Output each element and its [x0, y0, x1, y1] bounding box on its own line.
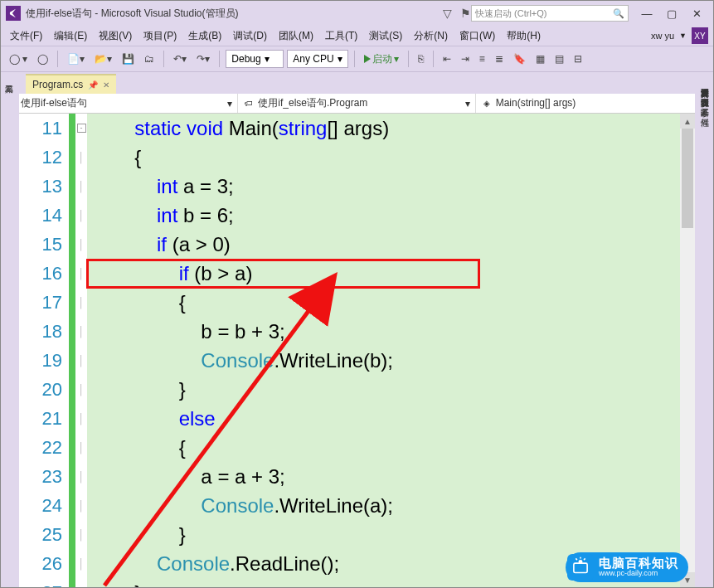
menu-item[interactable]: 编辑(E): [50, 27, 91, 45]
notification-icon[interactable]: ▽: [443, 7, 452, 20]
code-line[interactable]: int a = 3;: [87, 172, 695, 201]
menu-item[interactable]: 分析(N): [410, 27, 452, 45]
menu-item[interactable]: 调试(D): [229, 27, 271, 45]
line-number: 19: [19, 346, 69, 375]
menu-item[interactable]: 帮助(H): [503, 27, 545, 45]
toggle-icon[interactable]: ⊟: [571, 50, 585, 68]
code-editor[interactable]: 1112131415161718192021222324252627 -││││…: [19, 114, 695, 587]
chevron-down-icon: ▾: [227, 98, 232, 109]
line-number: 13: [19, 172, 69, 201]
save-all-button[interactable]: 🗂: [141, 50, 158, 68]
watermark-url: www.pc-daily.com: [599, 570, 678, 578]
pin-icon[interactable]: 📌: [88, 80, 98, 90]
code-text: a = a + 3;: [87, 465, 285, 488]
indent-out-icon[interactable]: ⇤: [440, 50, 454, 68]
nav-class-combo[interactable]: 🏷使用if_else语句.Program▾: [238, 94, 475, 113]
scroll-up-button[interactable]: ▲: [680, 114, 695, 129]
feedback-icon[interactable]: ⚑: [460, 7, 471, 20]
step-button[interactable]: ⎘: [415, 50, 427, 68]
code-line[interactable]: a = a + 3;: [87, 462, 695, 491]
code-line[interactable]: {: [87, 433, 695, 462]
line-number-gutter: 1112131415161718192021222324252627: [19, 114, 69, 587]
fold-cell: │: [75, 433, 87, 462]
undo-button[interactable]: ↶▾: [170, 50, 190, 68]
code-text: else: [87, 407, 216, 430]
menu-item[interactable]: 团队(M): [274, 27, 318, 45]
code-text: }: [87, 378, 186, 401]
save-button[interactable]: 💾: [119, 50, 138, 68]
menu-item[interactable]: 工具(T): [321, 27, 362, 45]
line-number: 20: [19, 375, 69, 404]
code-line[interactable]: if (b > a): [87, 259, 695, 288]
start-debug-button[interactable]: 启动 ▾: [361, 50, 402, 68]
code-line[interactable]: }: [87, 375, 695, 404]
redo-button[interactable]: ↷▾: [193, 50, 213, 68]
format-icon[interactable]: ▦: [532, 50, 548, 68]
tab-close-icon[interactable]: ✕: [103, 80, 109, 90]
svg-point-2: [579, 560, 583, 564]
code-line[interactable]: }: [87, 520, 695, 549]
quick-launch-input[interactable]: 快速启动 (Ctrl+Q) 🔍: [471, 5, 629, 22]
comment-icon[interactable]: ≡: [476, 50, 488, 68]
sidebar-tab[interactable]: 诊断工具: [697, 99, 712, 105]
scroll-thumb[interactable]: [682, 129, 693, 228]
open-file-button[interactable]: 📂▾: [91, 50, 115, 68]
nav-method-combo[interactable]: ◈Main(string[] args)▾: [476, 94, 713, 113]
code-surface[interactable]: static void Main(string[] args) { int a …: [87, 114, 695, 587]
window-title: 使用if-else语句 - Microsoft Visual Studio(管理…: [26, 7, 443, 21]
sidebar-tab[interactable]: 属性: [697, 109, 712, 115]
new-project-button[interactable]: 📄▾: [64, 50, 88, 68]
line-number: 26: [19, 549, 69, 578]
line-number: 25: [19, 520, 69, 549]
menu-item[interactable]: 测试(S): [365, 27, 406, 45]
uncomment-icon[interactable]: ≣: [492, 50, 507, 68]
menu-item[interactable]: 生成(B): [184, 27, 226, 45]
sidebar-tab[interactable]: 团队资源管理器: [697, 89, 712, 95]
nav-project-combo[interactable]: C#使用if-else语句▾: [1, 94, 238, 113]
line-number: 27: [19, 578, 69, 588]
code-line[interactable]: else: [87, 404, 695, 433]
code-line[interactable]: {: [87, 288, 695, 317]
toolbox-tab[interactable]: 工具箱: [1, 75, 16, 82]
platform-combo[interactable]: Any CPU▾: [287, 50, 347, 68]
separator: [354, 51, 355, 67]
code-line[interactable]: {: [87, 143, 695, 172]
menu-item[interactable]: 文件(F): [6, 27, 46, 45]
user-badge[interactable]: xw yu ▼ XY: [651, 27, 708, 44]
code-text: if (a > 0): [87, 233, 231, 256]
show-whitespace-icon[interactable]: ▤: [551, 50, 567, 68]
fold-toggle-icon[interactable]: -: [77, 124, 86, 133]
file-tab-active[interactable]: Program.cs 📌 ✕: [26, 74, 116, 94]
minimize-button[interactable]: —: [635, 5, 658, 22]
separator: [163, 51, 164, 67]
code-line[interactable]: if (a > 0): [87, 230, 695, 259]
code-text: if (b > a): [87, 262, 252, 285]
fold-cell: │: [75, 549, 87, 578]
close-button[interactable]: ✕: [685, 5, 708, 22]
maximize-button[interactable]: ▢: [660, 5, 683, 22]
nav-row: C#使用if-else语句▾ 🏷使用if_else语句.Program▾ ◈Ma…: [1, 94, 713, 114]
config-combo[interactable]: Debug▾: [226, 50, 284, 68]
menu-item[interactable]: 项目(P): [139, 27, 181, 45]
bookmark-icon[interactable]: 🔖: [510, 50, 529, 68]
fold-cell: │: [75, 201, 87, 230]
chevron-down-icon: ▾: [338, 53, 342, 65]
window-controls: — ▢ ✕: [635, 5, 708, 22]
code-line[interactable]: b = b + 3;: [87, 317, 695, 346]
vertical-scrollbar[interactable]: ▲ ▼: [680, 114, 695, 587]
indent-in-icon[interactable]: ⇥: [458, 50, 473, 68]
code-line[interactable]: static void Main(string[] args): [87, 114, 695, 143]
line-number: 11: [19, 114, 69, 143]
code-line[interactable]: Console.WriteLine(a);: [87, 491, 695, 520]
sidebar-tab[interactable]: 解决方案资源管理器: [697, 79, 712, 85]
code-line[interactable]: Console.WriteLine(b);: [87, 346, 695, 375]
menu-item[interactable]: 窗口(W): [455, 27, 499, 45]
nav-fwd-button[interactable]: ◯: [34, 50, 51, 68]
menu-item[interactable]: 视图(V): [95, 27, 136, 45]
fold-cell: │: [75, 259, 87, 288]
nav-back-button[interactable]: ◯ ▾: [6, 50, 31, 68]
code-line[interactable]: int b = 6;: [87, 201, 695, 230]
scroll-track[interactable]: [680, 129, 695, 572]
chevron-down-icon: ▾: [465, 98, 470, 109]
fold-cell: │: [75, 578, 87, 588]
